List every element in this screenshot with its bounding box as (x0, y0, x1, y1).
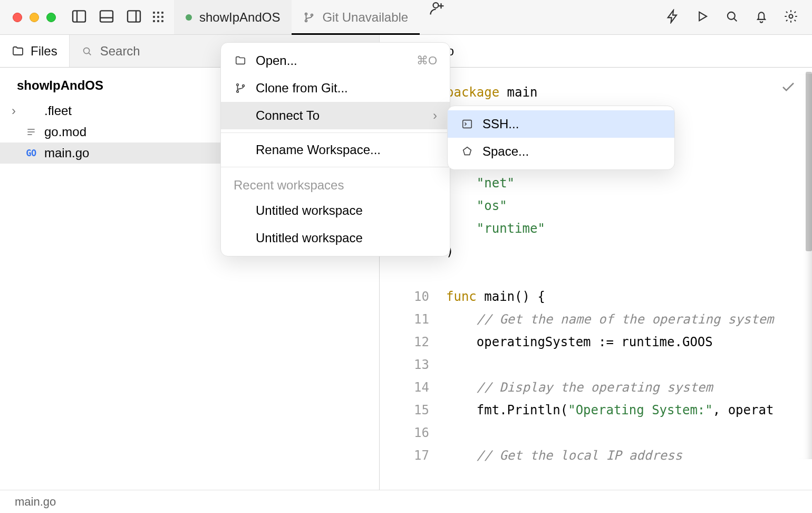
menu-item-label: Clone from Git... (256, 81, 348, 96)
search-placeholder: Search (100, 44, 140, 59)
svg-point-12 (728, 12, 735, 19)
menu-item-label: Untitled workspace (256, 231, 363, 245)
workspace-tab-label: showIpAndOS (199, 10, 280, 25)
git-branch-icon (303, 12, 315, 23)
menu-separator (221, 167, 450, 167)
submenu-space[interactable]: Space... (448, 138, 674, 165)
menu-rename-workspace[interactable]: Rename Workspace... (221, 136, 450, 164)
titlebar: showIpAndOS Git Unavailable (0, 0, 812, 35)
magnifier-icon (81, 45, 93, 57)
status-path: main.go (15, 495, 56, 509)
git-tab-label: Git Unavailable (322, 10, 408, 25)
titlebar-actions (665, 9, 812, 26)
bell-icon[interactable] (754, 9, 769, 26)
close-window-icon[interactable] (13, 13, 22, 22)
bolt-icon[interactable] (665, 9, 680, 26)
svg-point-7 (305, 20, 307, 22)
svg-point-9 (433, 3, 439, 8)
submenu-ssh[interactable]: SSH... (448, 110, 674, 138)
title-tabs: showIpAndOS Git Unavailable (174, 0, 445, 34)
svg-rect-4 (128, 11, 140, 22)
svg-point-6 (305, 13, 307, 15)
menu-recent-workspace[interactable]: Untitled workspace (221, 224, 450, 252)
chevron-right-icon: › (9, 103, 18, 118)
svg-rect-0 (73, 11, 85, 22)
connect-to-submenu: SSH... Space... (447, 106, 675, 170)
window-controls (0, 13, 56, 22)
apps-grid-icon[interactable] (153, 12, 165, 23)
search-icon[interactable] (724, 9, 739, 26)
git-tab[interactable]: Git Unavailable (292, 0, 420, 34)
files-tool-tab[interactable]: Files (0, 35, 69, 67)
menu-connect-to[interactable]: Connect To › (221, 102, 450, 129)
svg-line-16 (89, 53, 91, 55)
menu-item-label: SSH... (482, 117, 519, 131)
tree-item-label: .fleet (44, 103, 72, 118)
svg-point-8 (311, 14, 313, 16)
menu-open[interactable]: Open... ⌘O (221, 47, 450, 74)
svg-point-21 (237, 91, 239, 93)
svg-rect-23 (463, 120, 472, 128)
svg-point-15 (83, 48, 89, 53)
panel-bottom-icon[interactable] (98, 8, 115, 27)
terminal-icon (460, 118, 474, 130)
folder-icon (12, 45, 24, 58)
svg-point-20 (237, 84, 239, 86)
panel-right-icon[interactable] (125, 8, 142, 27)
menu-heading-recent: Recent workspaces (221, 170, 450, 197)
svg-line-13 (734, 18, 737, 21)
menu-item-label: Rename Workspace... (256, 142, 381, 157)
svg-point-22 (243, 85, 245, 87)
menu-separator (221, 132, 450, 133)
tree-item-label: main.go (44, 146, 89, 160)
panel-toggle-group (71, 8, 165, 27)
minimize-window-icon[interactable] (30, 13, 39, 22)
gear-icon[interactable] (784, 9, 798, 26)
svg-point-14 (789, 14, 793, 18)
status-dot-icon (186, 14, 192, 21)
workspace-tab[interactable]: showIpAndOS (174, 0, 292, 34)
menu-clone-git[interactable]: Clone from Git... (221, 74, 450, 102)
svg-rect-2 (100, 11, 113, 22)
space-icon (460, 146, 474, 157)
menu-shortcut: ⌘O (417, 54, 437, 68)
menu-recent-workspace[interactable]: Untitled workspace (221, 197, 450, 224)
fullscreen-window-icon[interactable] (46, 13, 56, 22)
run-icon[interactable] (695, 9, 710, 26)
tab-underline (292, 33, 420, 35)
menu-item-label: Connect To (256, 108, 320, 123)
workspace-menu: Open... ⌘O Clone from Git... Connect To … (220, 42, 450, 256)
files-label: Files (31, 44, 57, 59)
chevron-right-icon: › (433, 108, 437, 123)
menu-item-label: Open... (256, 53, 297, 68)
folder-icon (234, 55, 247, 66)
menu-item-label: Untitled workspace (256, 203, 363, 218)
panel-left-icon[interactable] (71, 8, 88, 27)
tree-item-label: go.mod (44, 125, 86, 139)
git-branch-icon (234, 82, 247, 94)
add-collaborator-icon[interactable] (429, 0, 445, 34)
text-file-icon (24, 127, 38, 137)
menu-item-label: Space... (482, 144, 529, 159)
status-bar: main.go (0, 490, 812, 513)
go-file-icon: GO (26, 148, 36, 158)
